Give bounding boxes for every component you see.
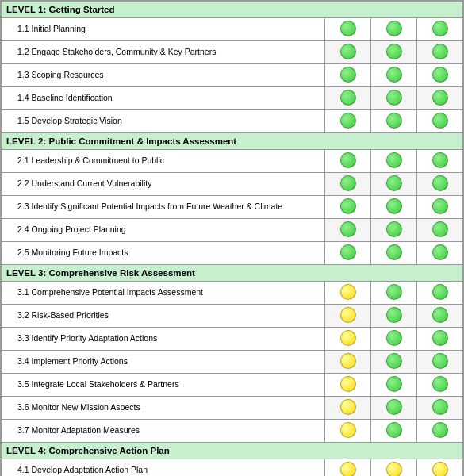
dot-cell-2 (417, 459, 463, 477)
status-dot (386, 221, 402, 237)
status-dot (386, 67, 402, 83)
dot-cell-2 (417, 374, 463, 397)
status-dot (386, 175, 402, 191)
status-dot (340, 198, 356, 214)
item-label: 3.4 Implement Priority Actions (2, 351, 325, 374)
status-dot (386, 44, 402, 60)
item-label: 3.2 Risk-Based Priorities (2, 305, 325, 328)
dot-cell-2 (417, 420, 463, 443)
dot-cell-1 (371, 459, 417, 477)
item-label: 2.3 Identify Significant Potential Impac… (2, 196, 325, 219)
dot-cell-0 (325, 173, 371, 196)
status-dot (340, 462, 356, 476)
item-label: 1.1 Initial Planning (2, 18, 325, 41)
dot-cell-2 (417, 397, 463, 420)
status-dot (340, 422, 356, 438)
item-label: 3.5 Integrate Local Stakeholders & Partn… (2, 374, 325, 397)
item-label: 1.3 Scoping Resources (2, 64, 325, 87)
dot-cell-2 (417, 196, 463, 219)
dot-cell-2 (417, 219, 463, 242)
status-dot (386, 90, 402, 106)
level-header-level2: LEVEL 2: Public Commitment & Impacts Ass… (2, 133, 463, 150)
level-header-level1: LEVEL 1: Getting Started (2, 2, 463, 18)
dot-cell-0 (325, 282, 371, 305)
status-dot (340, 113, 356, 129)
dot-cell-0 (325, 374, 371, 397)
item-label: 4.1 Develop Adaptation Action Plan (2, 459, 325, 477)
dot-cell-0 (325, 64, 371, 87)
status-dot (432, 307, 448, 323)
status-dot (432, 244, 448, 260)
item-label: 3.7 Monitor Adaptation Measures (2, 420, 325, 443)
item-label: 1.5 Develop Strategic Vision (2, 110, 325, 133)
dot-cell-1 (371, 64, 417, 87)
item-label: 2.5 Monitoring Future Impacts (2, 242, 325, 265)
status-dot (432, 21, 448, 36)
dot-cell-1 (371, 420, 417, 443)
dot-cell-0 (325, 196, 371, 219)
dot-cell-0 (325, 351, 371, 374)
status-dot (386, 307, 402, 323)
status-dot (340, 376, 356, 392)
status-dot (432, 221, 448, 237)
status-dot (386, 21, 402, 36)
dot-cell-0 (325, 87, 371, 110)
dot-cell-1 (371, 110, 417, 133)
item-label: 2.2 Understand Current Vulnerability (2, 173, 325, 196)
dot-cell-2 (417, 282, 463, 305)
status-dot (432, 198, 448, 214)
dot-cell-2 (417, 110, 463, 133)
status-dot (340, 221, 356, 237)
status-dot (386, 422, 402, 438)
dot-cell-1 (371, 219, 417, 242)
item-label: 3.6 Monitor New Mission Aspects (2, 397, 325, 420)
item-label: 2.4 Ongoing Project Planning (2, 219, 325, 242)
status-dot (432, 175, 448, 191)
dot-cell-1 (371, 173, 417, 196)
dot-cell-2 (417, 328, 463, 351)
status-dot (432, 44, 448, 60)
dot-cell-2 (417, 173, 463, 196)
status-dot (386, 399, 402, 415)
dot-cell-1 (371, 397, 417, 420)
dot-cell-0 (325, 420, 371, 443)
dot-cell-0 (325, 242, 371, 265)
status-dot (432, 113, 448, 129)
status-dot (432, 376, 448, 392)
status-dot (340, 67, 356, 83)
level-header-level3: LEVEL 3: Comprehensive Risk Assessment (2, 265, 463, 282)
status-dot (386, 284, 402, 300)
status-dot (340, 21, 356, 36)
status-dot (386, 462, 402, 476)
item-label: 3.1 Comprehensive Potential Impacts Asse… (2, 282, 325, 305)
dot-cell-1 (371, 18, 417, 41)
dot-cell-0 (325, 150, 371, 173)
status-dot (386, 244, 402, 260)
status-dot (432, 462, 448, 476)
status-dot (432, 399, 448, 415)
status-dot (432, 90, 448, 106)
dot-cell-0 (325, 305, 371, 328)
dot-cell-0 (325, 18, 371, 41)
dot-cell-0 (325, 219, 371, 242)
item-label: 3.3 Identify Priority Adaptation Actions (2, 328, 325, 351)
status-dot (340, 44, 356, 60)
status-dot (340, 330, 356, 346)
status-dot (340, 353, 356, 369)
item-label: 1.2 Engage Stakeholders, Community & Key… (2, 41, 325, 64)
status-dot (432, 330, 448, 346)
status-dot (340, 175, 356, 191)
status-dot (340, 244, 356, 260)
dot-cell-0 (325, 459, 371, 477)
status-dot (386, 198, 402, 214)
main-table: LEVEL 1: Getting Started1.1 Initial Plan… (0, 0, 464, 476)
status-dot (386, 353, 402, 369)
dot-cell-1 (371, 328, 417, 351)
dot-cell-2 (417, 41, 463, 64)
dot-cell-1 (371, 374, 417, 397)
dot-cell-1 (371, 305, 417, 328)
level-header-level4: LEVEL 4: Comprehensive Action Plan (2, 443, 463, 459)
dot-cell-1 (371, 242, 417, 265)
dot-cell-2 (417, 87, 463, 110)
status-dot (340, 399, 356, 415)
